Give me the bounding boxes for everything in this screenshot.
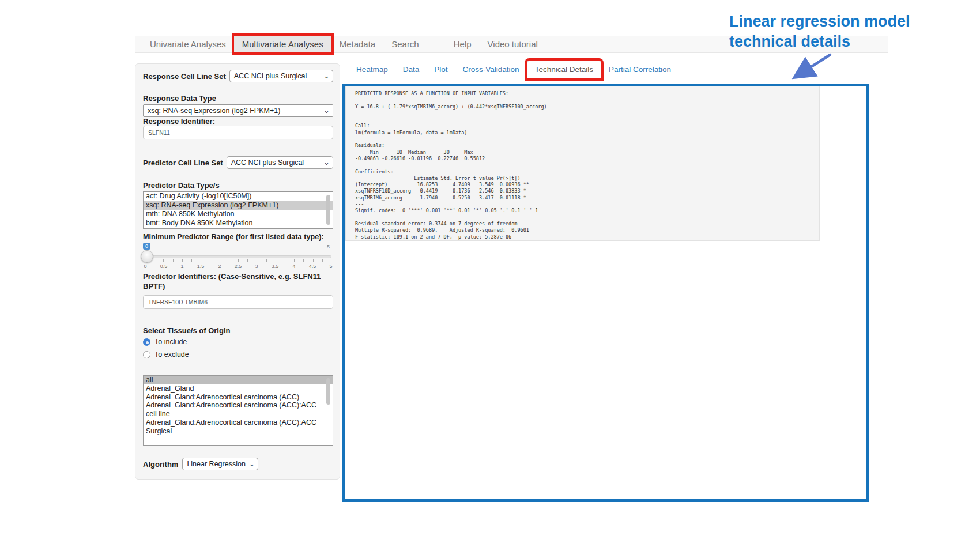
- algorithm-label: Algorithm: [143, 460, 178, 469]
- tissue-list: all Adrenal_Gland Adrenal_Gland:Adrenoco…: [143, 375, 333, 446]
- chevron-down-icon: ⌄: [323, 108, 330, 114]
- response-cell-line-set-value: ACC NCI plus Surgical: [234, 72, 307, 80]
- radio-dot-icon: [143, 351, 150, 358]
- slider-tick-label: 4.5: [309, 263, 316, 269]
- predictor-data-type-list: act: Drug Activity (-log10[IC50M]) xsq: …: [143, 191, 333, 229]
- response-data-type-select[interactable]: xsq: RNA-seq Expression (log2 FPKM+1) ⌄: [143, 104, 333, 117]
- predictor-type-option-xsq[interactable]: xsq: RNA-seq Expression (log2 FPKM+1): [144, 201, 333, 210]
- annotation-line-2: technical details: [729, 32, 910, 52]
- tab-heatmap[interactable]: Heatmap: [349, 61, 395, 78]
- nav-item-search[interactable]: Search: [383, 36, 427, 52]
- technical-details-output: PREDICTED RESPONSE AS A FUNCTION OF INPU…: [345, 86, 820, 241]
- annotation-line-1: Linear regression model: [729, 12, 910, 32]
- slider-tick-label: 3.5: [272, 263, 279, 269]
- tissue-exclude-radio[interactable]: To exclude: [143, 350, 189, 358]
- tab-data[interactable]: Data: [395, 61, 427, 78]
- predictor-identifiers-input[interactable]: [143, 295, 333, 309]
- slider-tick-label: 1.5: [197, 263, 205, 269]
- tissue-option-acc[interactable]: Adrenal_Gland:Adrenocortical carcinoma (…: [144, 393, 333, 402]
- predictor-identifiers-label: Predictor Identifiers: (Case-Sensitive, …: [143, 271, 334, 291]
- annotation-text: Linear regression model technical detail…: [729, 12, 910, 52]
- slider-tick-label: 2.5: [235, 263, 242, 269]
- slider-tick-label: 1: [180, 263, 183, 269]
- tissue-include-label: To include: [154, 338, 187, 346]
- slider-tick-label: 4: [292, 263, 295, 269]
- chevron-down-icon: ⌄: [248, 461, 255, 467]
- predictor-type-option-act[interactable]: act: Drug Activity (-log10[IC50M]): [144, 192, 333, 201]
- predictor-data-types-label: Predictor Data Type/s: [143, 181, 220, 190]
- slider-handle[interactable]: [141, 250, 153, 263]
- tissue-exclude-label: To exclude: [154, 350, 189, 358]
- predictor-cell-line-set-label: Predictor Cell Line Set: [143, 158, 223, 167]
- nav-item-video-tutorial[interactable]: Video tutorial: [480, 36, 546, 52]
- tab-technical-details[interactable]: Technical Details: [527, 61, 601, 78]
- bottom-divider: [135, 516, 876, 516]
- predictor-cell-line-set-select[interactable]: ACC NCI plus Surgical ⌄: [227, 156, 333, 169]
- response-data-type-value: xsq: RNA-seq Expression (log2 FPKM+1): [148, 107, 280, 115]
- slider-grid-ticks: [145, 259, 331, 262]
- nav-item-univariate-analyses[interactable]: Univariate Analyses: [142, 36, 234, 52]
- response-cell-line-set-label: Response Cell Line Set: [143, 72, 226, 81]
- slider-value-badge: 0: [143, 243, 150, 250]
- radio-dot-icon: [143, 338, 150, 346]
- slider-tick-label: 3: [255, 263, 258, 269]
- algorithm-select[interactable]: Linear Regression ⌄: [182, 458, 258, 470]
- chevron-down-icon: ⌄: [323, 73, 330, 79]
- response-identifier-input[interactable]: [143, 126, 333, 139]
- slider-tick-label: 0.5: [160, 263, 168, 269]
- scrollbar-thumb[interactable]: [326, 195, 330, 225]
- slider-max-label: 5: [327, 244, 330, 250]
- results-tabbar: Heatmap Data Plot Cross-Validation Techn…: [349, 59, 679, 79]
- tissue-option-adrenal-gland[interactable]: Adrenal_Gland: [144, 384, 333, 393]
- slider-tick-label: 0: [144, 263, 146, 269]
- slider-tick-label: 5: [329, 263, 332, 269]
- predictor-cell-line-set-value: ACC NCI plus Surgical: [231, 158, 304, 167]
- tab-partial-correlation[interactable]: Partial Correlation: [601, 61, 679, 78]
- tissue-option-all[interactable]: all: [144, 376, 333, 384]
- chevron-down-icon: ⌄: [323, 160, 330, 165]
- response-identifier-label: Response Identifier:: [143, 117, 215, 126]
- tissue-include-radio[interactable]: To include: [143, 338, 187, 346]
- tissue-origin-label: Select Tissue/s of Origin: [143, 326, 230, 335]
- min-predictor-range-slider: 0 5 0 0.5 1 1.5 2 2.5 3 3.5 4 4.5 5: [143, 243, 333, 273]
- slider-tick-label: 2: [218, 263, 221, 269]
- scrollbar-thumb[interactable]: [326, 378, 330, 405]
- response-data-type-label: Response Data Type: [143, 94, 216, 103]
- predictor-type-option-mth[interactable]: mth: DNA 850K Methylation: [144, 210, 333, 219]
- tissue-option-acc-surgical[interactable]: Adrenal_Gland:Adrenocortical carcinoma (…: [144, 418, 333, 436]
- algorithm-value: Linear Regression: [187, 460, 245, 468]
- annotation-arrow-icon: [784, 51, 839, 82]
- nav-item-help[interactable]: Help: [446, 36, 480, 52]
- slider-track[interactable]: [145, 255, 331, 258]
- response-cell-line-set-select[interactable]: ACC NCI plus Surgical ⌄: [229, 70, 333, 82]
- nav-item-metadata[interactable]: Metadata: [331, 36, 384, 52]
- tab-cross-validation[interactable]: Cross-Validation: [455, 61, 527, 78]
- nav-item-multivariate-analyses[interactable]: Multivariate Analyses: [234, 36, 331, 52]
- min-predictor-range-label: Minimum Predictor Range (for first liste…: [143, 233, 324, 241]
- sidebar-form-panel: Response Cell Line Set ACC NCI plus Surg…: [135, 63, 340, 480]
- predictor-type-option-bmt[interactable]: bmt: Body DNA 850K Methylation: [144, 219, 333, 228]
- tab-plot[interactable]: Plot: [427, 61, 455, 78]
- app-page: Univariate Analyses Multivariate Analyse…: [0, 0, 980, 551]
- tissue-option-acc-cell-line[interactable]: Adrenal_Gland:Adrenocortical carcinoma (…: [144, 401, 333, 418]
